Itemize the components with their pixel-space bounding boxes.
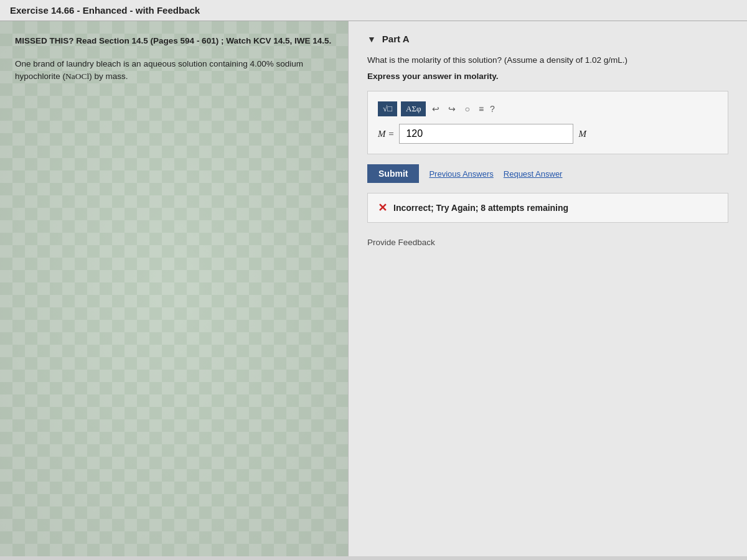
missed-text-inline: Read Section 14.5 (Pages 594 - 601) ; Wa… <box>76 36 331 45</box>
unit-label: M <box>578 129 586 139</box>
m-label: M = <box>378 129 394 139</box>
missed-title: MISSED THIS? Read Section 14.5 (Pages 59… <box>15 36 333 45</box>
background-decoration <box>0 21 348 556</box>
request-answer-link[interactable]: Request Answer <box>504 169 563 179</box>
page-wrapper: Exercise 14.66 - Enhanced - with Feedbac… <box>0 0 747 560</box>
right-panel: ▼ Part A What is the molarity of this so… <box>349 21 747 556</box>
feedback-text: Incorrect; Try Again; 8 attempts remaini… <box>393 203 568 213</box>
part-header: ▼ Part A <box>367 34 728 44</box>
toolbar: √□ AΣφ ↩ ↪ ○ ≡ ? <box>378 101 718 116</box>
part-label: Part A <box>382 34 410 44</box>
left-content: MISSED THIS? Read Section 14.5 (Pages 59… <box>15 36 333 83</box>
action-row: Submit Previous Answers Request Answer <box>367 164 728 183</box>
express-text: Express your answer in molarity. <box>367 72 728 81</box>
chemical-formula: NaOCl <box>65 72 89 81</box>
previous-answers-link[interactable]: Previous Answers <box>429 169 493 179</box>
part-arrow-icon: ▼ <box>367 34 376 44</box>
input-row: M = M <box>378 124 718 144</box>
page-title: Exercise 14.66 - Enhanced - with Feedbac… <box>10 5 200 16</box>
answer-box: √□ AΣφ ↩ ↪ ○ ≡ ? M = M <box>367 91 728 154</box>
formula-button[interactable]: √□ <box>378 101 397 116</box>
reset-button[interactable]: ○ <box>462 103 472 115</box>
help-icon[interactable]: ? <box>490 104 495 114</box>
undo-button[interactable]: ↩ <box>430 103 442 115</box>
left-panel: MISSED THIS? Read Section 14.5 (Pages 59… <box>0 21 349 556</box>
main-layout: MISSED THIS? Read Section 14.5 (Pages 59… <box>0 21 747 556</box>
question-text: What is the molarity of this solution? (… <box>367 54 728 67</box>
submit-button[interactable]: Submit <box>367 164 419 183</box>
page-header: Exercise 14.66 - Enhanced - with Feedbac… <box>0 0 747 21</box>
greek-button[interactable]: AΣφ <box>401 101 426 116</box>
problem-text: One brand of laundry bleach is an aqueou… <box>15 58 333 83</box>
provide-feedback-link[interactable]: Provide Feedback <box>367 238 728 247</box>
text-button[interactable]: ≡ <box>476 103 486 115</box>
feedback-box: ✕ Incorrect; Try Again; 8 attempts remai… <box>367 193 728 223</box>
redo-button[interactable]: ↪ <box>446 103 458 115</box>
answer-input[interactable] <box>399 124 573 144</box>
error-icon: ✕ <box>378 201 387 215</box>
missed-section: MISSED THIS? Read Section 14.5 (Pages 59… <box>15 36 333 45</box>
